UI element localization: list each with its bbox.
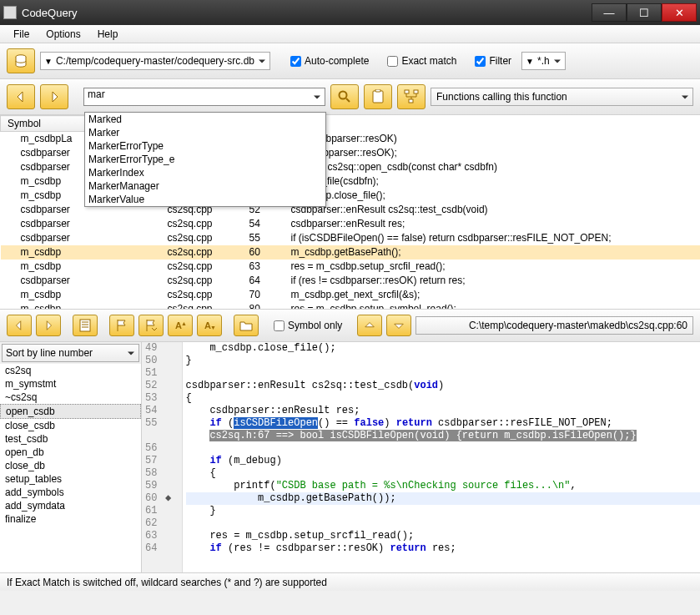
cell-preview: m_csdbp.get_next_srcfil(&s); <box>285 288 701 302</box>
code-line[interactable]: m_csdbp.close_file(); <box>186 342 700 355</box>
prev-result-button[interactable] <box>357 315 382 336</box>
font-bigger-button[interactable]: A▲ <box>168 315 193 336</box>
cell-line: 60 <box>243 245 285 260</box>
search-button[interactable] <box>330 84 359 109</box>
table-row[interactable]: csdbparsercs2sq.cpp55if (isCSDBFileOpen(… <box>1 231 701 245</box>
menu-help[interactable]: Help <box>89 27 127 42</box>
gutter-line: 54 <box>145 405 179 417</box>
autocomplete-item[interactable]: MarkerErrorType_e <box>85 153 325 166</box>
gutter-line: 50 <box>145 355 179 367</box>
minimize-button[interactable]: — <box>592 3 627 22</box>
svg-rect-5 <box>405 90 409 93</box>
autocomplete-item[interactable]: MarkerErrorType <box>85 139 325 153</box>
function-list-item[interactable]: finalize <box>0 512 141 526</box>
code-back-button[interactable] <box>7 315 32 336</box>
next-result-button[interactable] <box>386 315 411 336</box>
nav-forward-button[interactable] <box>40 84 68 109</box>
exactmatch-checkbox-group[interactable]: Exact match <box>387 55 456 67</box>
code-editor[interactable]: 49 50 51 52 53 54 55 56 57 58 59 60 ◆61 … <box>142 342 700 572</box>
function-list-item[interactable]: open_db <box>0 446 141 459</box>
filter-pattern-combo[interactable]: ▼ *.h <box>521 52 566 70</box>
maximize-button[interactable]: ☐ <box>627 3 662 22</box>
autocomplete-checkbox-group[interactable]: Auto-complete <box>290 55 369 67</box>
function-list-item[interactable]: add_symdata <box>0 499 141 512</box>
autocomplete-item[interactable]: MarkerIndex <box>85 166 325 179</box>
function-list[interactable]: cs2sqm_symstmt~cs2sqopen_csdbclose_csdbt… <box>0 364 141 572</box>
cell-file: cs2sq.cpp <box>159 288 243 302</box>
table-row[interactable]: csdbparsercs2sq.cpp64if (res != csdbpars… <box>1 274 701 288</box>
code-line[interactable] <box>186 367 700 380</box>
function-list-item[interactable]: close_db <box>0 459 141 472</box>
code-line[interactable]: printf("CSDB base path = %s\nChecking so… <box>186 480 700 492</box>
search-input-wrap[interactable]: MarkedMarkerMarkerErrorTypeMarkerErrorTy… <box>83 88 325 106</box>
gutter-line: 53 <box>145 392 179 405</box>
menu-options[interactable]: Options <box>38 27 88 42</box>
function-list-item[interactable]: ~cs2sq <box>0 391 141 404</box>
function-list-item[interactable]: setup_tables <box>0 472 141 486</box>
autocomplete-item[interactable]: Marker <box>85 126 325 139</box>
flag-button[interactable] <box>109 315 134 336</box>
code-line[interactable] <box>186 442 700 455</box>
function-list-item[interactable]: m_symstmt <box>0 377 141 391</box>
cell-line: 64 <box>243 274 285 288</box>
autocomplete-checkbox[interactable] <box>290 56 301 67</box>
page-button[interactable] <box>73 315 98 336</box>
toolbar-search: MarkedMarkerMarkerErrorTypeMarkerErrorTy… <box>0 79 700 115</box>
code-line[interactable]: if (m_debug) <box>186 455 700 467</box>
code-line[interactable]: m_csdbp.getBasePath()); <box>186 492 700 505</box>
graph-button[interactable] <box>397 84 426 109</box>
code-forward-button[interactable] <box>36 315 61 336</box>
db-path-combo[interactable]: ▼ C:/temp/codequery-master/codequery-src… <box>40 52 270 70</box>
autocomplete-label: Auto-complete <box>305 55 369 67</box>
font-bigger-icon: A▲ <box>174 319 187 332</box>
code-line[interactable]: cs2sq.h:67 ==> bool isCSDBFileOpen(void)… <box>186 430 700 442</box>
exactmatch-checkbox[interactable] <box>387 56 398 67</box>
autocomplete-item[interactable]: MarkerValue <box>85 193 325 206</box>
flag-icon <box>116 319 128 332</box>
svg-line-2 <box>346 98 350 102</box>
menu-file[interactable]: File <box>5 27 38 42</box>
font-smaller-button[interactable]: A▼ <box>197 315 222 336</box>
filter-checkbox-group[interactable]: Filter <box>475 55 511 67</box>
paste-button[interactable] <box>364 84 392 109</box>
code-line[interactable]: } <box>186 355 700 367</box>
arrow-down-icon <box>393 320 405 331</box>
table-row[interactable]: m_csdbpcs2sq.cpp63res = m_csdbp.setup_sr… <box>1 260 701 274</box>
code-line[interactable]: if (isCSDBFileOpen() == false) return cs… <box>186 417 700 430</box>
function-list-item[interactable]: close_csdb <box>0 419 141 432</box>
table-row[interactable]: m_csdbpcs2sq.cpp60m_csdbp.getBasePath(); <box>1 245 701 260</box>
code-line[interactable]: } <box>186 505 700 517</box>
code-line[interactable]: { <box>186 467 700 480</box>
code-body[interactable]: m_csdbp.close_file();}csdbparser::enResu… <box>183 342 700 572</box>
filter-checkbox[interactable] <box>475 56 486 67</box>
svg-rect-6 <box>414 90 418 93</box>
table-row[interactable]: m_csdbpcs2sq.cpp70m_csdbp.get_next_srcfi… <box>1 288 701 302</box>
database-button[interactable] <box>7 48 35 73</box>
table-row[interactable]: m_csdbpcs2sq.cpp80res = m_csdbp.setup_sy… <box>1 302 701 310</box>
function-list-item[interactable]: add_symbols <box>0 486 141 499</box>
symbol-only-checkbox[interactable] <box>274 320 285 331</box>
cell-line: 80 <box>243 302 285 310</box>
function-list-item[interactable]: cs2sq <box>0 364 141 377</box>
search-input[interactable] <box>88 88 310 100</box>
autocomplete-item[interactable]: MarkerManager <box>85 179 325 193</box>
gutter-line: 63 <box>145 530 179 542</box>
code-line[interactable]: csdbparser::enResult res; <box>186 405 700 417</box>
code-line[interactable] <box>186 517 700 530</box>
open-file-button[interactable] <box>234 315 259 336</box>
table-row[interactable]: csdbparsercs2sq.cpp54csdbparser::enResul… <box>1 217 701 231</box>
close-button[interactable]: ✕ <box>662 3 697 22</box>
code-line[interactable]: res = m_csdbp.setup_srcfil_read(); <box>186 530 700 542</box>
sort-combo[interactable]: Sort by line number <box>2 344 139 362</box>
flag-with-arrow-button[interactable] <box>138 315 164 336</box>
function-list-item[interactable]: test_csdb <box>0 432 141 446</box>
query-type-combo[interactable]: Functions calling this function <box>431 88 693 106</box>
autocomplete-item[interactable]: Marked <box>85 113 325 126</box>
code-line[interactable]: { <box>186 392 700 405</box>
cell-symbol: csdbparser <box>1 217 159 231</box>
code-line[interactable]: if (res != csdbparser::resOK) return res… <box>186 542 700 555</box>
function-list-item[interactable]: open_csdb <box>0 404 141 419</box>
nav-back-button[interactable] <box>7 84 35 109</box>
symbol-only-checkbox-group[interactable]: Symbol only <box>274 320 342 331</box>
code-line[interactable]: csdbparser::enResult cs2sq::test_csdb(vo… <box>186 380 700 392</box>
